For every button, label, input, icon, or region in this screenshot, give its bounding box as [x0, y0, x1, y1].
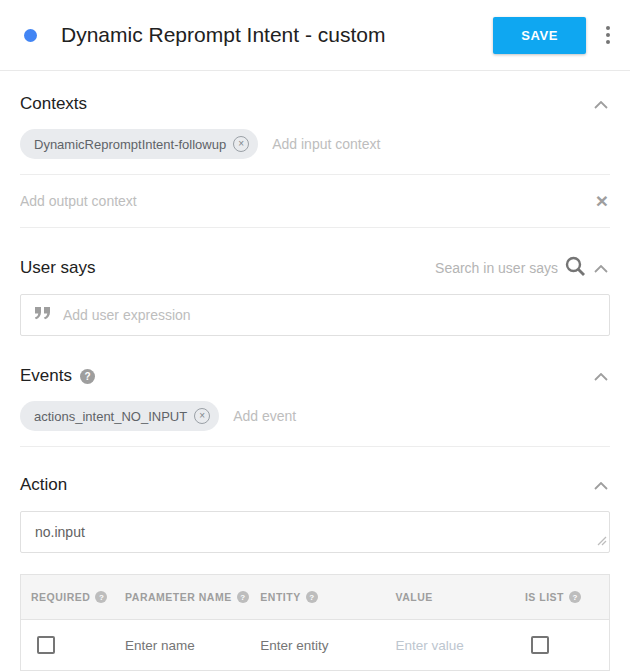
parameter-value-field[interactable]: [396, 638, 505, 653]
is-list-help-icon[interactable]: ?: [569, 591, 581, 603]
col-is-list-label: IS LIST: [525, 591, 564, 603]
search-icon[interactable]: [564, 255, 586, 281]
page-title: Dynamic Reprompt Intent - custom: [61, 23, 493, 47]
contexts-section: Contexts DynamicRepromptIntent-followup …: [0, 93, 630, 228]
parameter-row: [21, 620, 609, 670]
parameter-entity-field[interactable]: [260, 638, 375, 653]
parameters-header-row: REQUIRED ? PARAMETER NAME ? ENTITY ? VAL…: [21, 575, 609, 620]
add-user-expression-field[interactable]: [63, 307, 595, 323]
events-collapse-chevron-icon[interactable]: [592, 365, 610, 387]
action-section: Action: [0, 474, 630, 553]
col-value-label: VALUE: [396, 591, 433, 603]
resize-grip-icon[interactable]: [597, 532, 607, 550]
is-list-checkbox[interactable]: [531, 636, 549, 654]
events-help-icon[interactable]: ?: [80, 369, 95, 384]
required-checkbox[interactable]: [37, 636, 55, 654]
input-context-chip-label: DynamicRepromptIntent-followup: [34, 137, 226, 152]
user-says-collapse-chevron-icon[interactable]: [592, 257, 610, 279]
overflow-menu-icon[interactable]: [602, 22, 614, 48]
contexts-collapse-chevron-icon[interactable]: [592, 93, 610, 115]
input-context-chip: DynamicRepromptIntent-followup ×: [20, 129, 258, 159]
parameter-name-help-icon[interactable]: ?: [237, 591, 249, 603]
user-expression-box: [20, 294, 610, 336]
event-chip: actions_intent_NO_INPUT ×: [20, 401, 219, 431]
event-chip-label: actions_intent_NO_INPUT: [34, 409, 187, 424]
events-section: Events ? actions_intent_NO_INPUT ×: [0, 365, 630, 447]
parameter-name-field[interactable]: [125, 638, 240, 653]
col-entity-label: ENTITY: [260, 591, 300, 603]
contexts-heading: Contexts: [20, 94, 87, 114]
input-contexts-row: DynamicRepromptIntent-followup ×: [20, 115, 610, 175]
user-says-section: User says: [0, 255, 630, 336]
action-input-box: [20, 511, 610, 553]
col-parameter-name-label: PARAMETER NAME: [125, 591, 232, 603]
action-heading: Action: [20, 475, 67, 495]
required-help-icon[interactable]: ?: [95, 591, 107, 603]
add-input-context-field[interactable]: [272, 136, 610, 152]
action-name-field[interactable]: [35, 524, 595, 540]
quote-icon: [35, 306, 51, 324]
entity-help-icon[interactable]: ?: [306, 591, 318, 603]
action-collapse-chevron-icon[interactable]: [592, 474, 610, 496]
intent-header: Dynamic Reprompt Intent - custom SAVE: [0, 0, 630, 71]
clear-contexts-icon[interactable]: ×: [594, 190, 610, 211]
remove-event-icon[interactable]: ×: [194, 408, 210, 424]
parameters-table: REQUIRED ? PARAMETER NAME ? ENTITY ? VAL…: [20, 574, 610, 671]
events-row: actions_intent_NO_INPUT ×: [20, 387, 610, 447]
add-output-context-field[interactable]: [20, 193, 594, 209]
search-user-says-input[interactable]: [428, 260, 558, 276]
remove-input-context-icon[interactable]: ×: [233, 136, 249, 152]
add-event-field[interactable]: [233, 408, 610, 424]
col-required-label: REQUIRED: [31, 591, 90, 603]
user-says-heading: User says: [20, 258, 96, 278]
intent-status-dot-icon: [24, 29, 37, 42]
events-heading: Events: [20, 366, 72, 386]
output-contexts-row: ×: [20, 175, 610, 228]
save-button[interactable]: SAVE: [493, 17, 586, 54]
